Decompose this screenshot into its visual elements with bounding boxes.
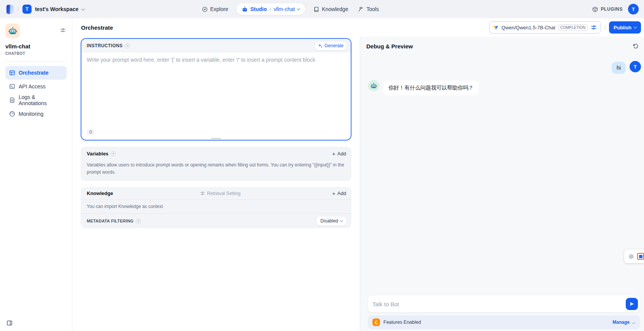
knowledge-title: Knowledge xyxy=(87,190,113,196)
sidebar-item-logs-annotations[interactable]: Logs & Annotations xyxy=(5,93,67,107)
variables-title: Variables xyxy=(87,151,108,157)
extension-icon[interactable] xyxy=(637,253,644,260)
variables-header: Variables ? + Add xyxy=(81,147,351,157)
instructions-header: INSTRUCTIONS ? Generate xyxy=(81,39,351,53)
bot-message-bubble: 你好！有什么问题我可以帮助你吗？ xyxy=(383,81,479,95)
debug-header: Debug & Preview xyxy=(360,37,644,56)
nav-right-group: PLUGINS T xyxy=(592,4,639,14)
knowledge-header: Knowledge Retrieval Setting + xyxy=(81,187,351,200)
user-message-bubble: hi xyxy=(612,62,626,74)
knowledge-panel: Knowledge Retrieval Setting + xyxy=(81,187,351,228)
workspace-avatar[interactable]: T xyxy=(22,5,32,14)
content-area: Orchestrate Qwen/Qwen1.5-7B-Chat COMPLET… xyxy=(72,18,644,331)
content-header: Orchestrate Qwen/Qwen1.5-7B-Chat COMPLET… xyxy=(72,18,644,37)
package-icon xyxy=(592,6,598,12)
sidebar-item-orchestrate[interactable]: Orchestrate xyxy=(5,66,67,80)
workspace-switcher[interactable]: / T test's Workspace xyxy=(6,5,84,14)
sidebar-item-label: Orchestrate xyxy=(19,70,49,76)
nav-separator: / xyxy=(17,6,19,12)
plus-icon: + xyxy=(332,190,336,196)
chat-message-bot: 你好！有什么问题我可以帮助你吗？ xyxy=(368,80,641,95)
document-icon xyxy=(9,97,15,103)
hammer-icon xyxy=(358,6,364,12)
help-icon[interactable]: ? xyxy=(111,151,116,156)
nav-studio-label: Studio xyxy=(250,6,267,12)
model-selector[interactable]: Qwen/Qwen1.5-7B-Chat COMPLETION xyxy=(489,21,601,34)
add-variable-button[interactable]: + Add xyxy=(332,151,346,157)
char-count-badge: 0 xyxy=(87,129,95,135)
retrieval-setting-button[interactable]: Retrieval Setting xyxy=(200,191,240,196)
chat-area: hi T xyxy=(360,56,644,296)
prompt-editor[interactable] xyxy=(87,57,345,128)
chevron-down-icon xyxy=(634,25,637,28)
metadata-filtering-value: Disabled xyxy=(320,218,338,224)
instructions-panel: INSTRUCTIONS ? Generate xyxy=(81,38,351,141)
studio-breadcrumb-separator: / xyxy=(270,6,271,12)
sidebar-item-label: Logs & Annotations xyxy=(19,94,63,106)
collapse-sidebar-icon[interactable] xyxy=(6,320,13,326)
variables-panel: Variables ? + Add Variables allow users … xyxy=(81,147,351,181)
manage-features-link[interactable]: Manage → xyxy=(612,320,636,325)
help-icon[interactable]: ? xyxy=(136,219,141,224)
book-icon xyxy=(313,6,319,12)
plugins-label: PLUGINS xyxy=(601,6,623,12)
publish-button[interactable]: Publish xyxy=(609,21,641,34)
nav-studio-app-name: vllm-chat xyxy=(274,6,295,12)
nav-knowledge-label: Knowledge xyxy=(322,6,348,12)
features-bar: Features Enabled Manage → xyxy=(368,315,640,329)
send-button[interactable] xyxy=(626,298,638,310)
plugins-button[interactable]: PLUGINS xyxy=(592,6,623,12)
extension-dot-icon xyxy=(629,254,634,259)
chat-input[interactable] xyxy=(372,301,626,307)
add-knowledge-label: Add xyxy=(337,190,346,196)
app-settings-icon[interactable] xyxy=(60,27,66,33)
header-divider xyxy=(605,25,605,30)
resize-handle[interactable] xyxy=(211,138,221,139)
manage-label: Manage xyxy=(612,320,630,325)
chevron-down-icon xyxy=(81,7,85,11)
knowledge-description: You can import Knowledge as context xyxy=(81,200,351,213)
metadata-filtering-select[interactable]: Disabled xyxy=(316,216,347,226)
model-name: Qwen/Qwen1.5-7B-Chat xyxy=(501,25,555,30)
workspace-name[interactable]: test's Workspace xyxy=(35,6,78,12)
orchestrate-icon xyxy=(9,70,15,76)
gauge-icon xyxy=(9,111,15,117)
model-config-sliders-icon[interactable] xyxy=(590,24,597,30)
account-avatar[interactable]: T xyxy=(628,4,639,14)
nav-studio-active[interactable]: Studio / vllm-chat xyxy=(237,3,305,15)
header-actions: Qwen/Qwen1.5-7B-Chat COMPLETION Publish xyxy=(489,21,641,34)
vllm-logo-icon xyxy=(493,25,499,30)
add-variable-label: Add xyxy=(337,151,346,157)
nav-explore[interactable]: Explore xyxy=(200,4,230,14)
help-icon[interactable]: ? xyxy=(125,43,130,48)
sidebar-item-label: API Access xyxy=(19,83,46,90)
robot-icon xyxy=(242,6,248,12)
terminal-icon xyxy=(9,83,15,90)
sparkle-icon xyxy=(318,43,323,48)
sidebar-divider xyxy=(5,61,67,62)
debug-preview-panel: Debug & Preview hi T xyxy=(360,37,644,331)
chevron-down-icon xyxy=(297,7,300,10)
retrieval-setting-label: Retrieval Setting xyxy=(207,191,240,196)
dify-logo xyxy=(6,5,14,14)
restart-conversation-icon[interactable] xyxy=(633,43,639,49)
sidebar-item-label: Monitoring xyxy=(19,111,43,117)
main-nav: Explore Studio / vllm-chat Knowledge xyxy=(200,3,381,15)
features-label: Features Enabled xyxy=(383,320,421,325)
nav-tools[interactable]: Tools xyxy=(356,4,380,14)
add-knowledge-button[interactable]: + Add xyxy=(332,190,346,196)
generate-label: Generate xyxy=(324,43,343,48)
sidebar-item-monitoring[interactable]: Monitoring xyxy=(5,107,67,121)
app-sidebar: vllm-chat CHATBOT Orchestrate API Access xyxy=(0,18,72,331)
model-mode-badge: COMPLETION xyxy=(558,24,588,31)
generate-button[interactable]: Generate xyxy=(315,41,347,51)
nav-knowledge[interactable]: Knowledge xyxy=(312,4,350,14)
orchestrate-config-column: INSTRUCTIONS ? Generate xyxy=(72,37,360,331)
chat-footer: Features Enabled Manage → xyxy=(360,296,644,331)
metadata-filtering-title: METADATA FILTERING xyxy=(87,219,134,223)
variables-description: Variables allow users to introduce promp… xyxy=(81,157,351,181)
chat-input-bar xyxy=(368,296,640,312)
instructions-title: INSTRUCTIONS xyxy=(87,43,122,48)
sidebar-item-api-access[interactable]: API Access xyxy=(5,80,67,93)
floating-extension-widget[interactable] xyxy=(624,249,644,263)
